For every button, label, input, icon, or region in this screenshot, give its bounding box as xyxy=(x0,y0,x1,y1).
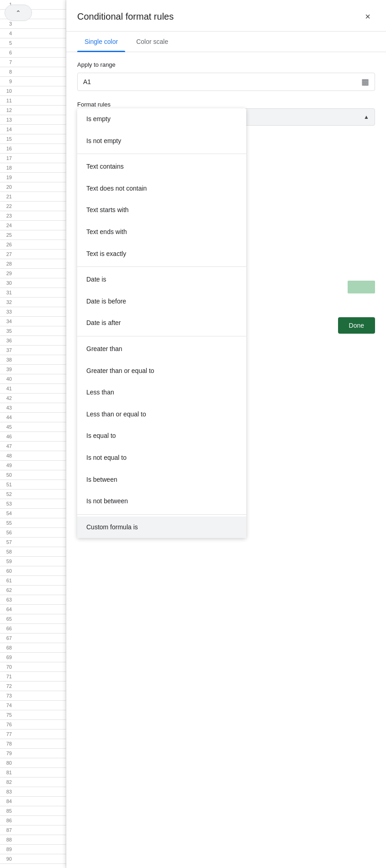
spreadsheet-row: 9 xyxy=(0,77,66,86)
spreadsheet-row: 6 xyxy=(0,48,66,58)
dropdown-item-greater-than-or-equal[interactable]: Greater than or equal to xyxy=(77,360,246,382)
spreadsheet-row: 38 xyxy=(0,355,66,365)
spreadsheet-row: 43 xyxy=(0,403,66,413)
dropdown-item-text-ends-with[interactable]: Text ends with xyxy=(77,221,246,243)
spreadsheet-row: 28 xyxy=(0,259,66,269)
range-input-wrapper[interactable]: ▦ xyxy=(77,73,375,91)
row-number: 71 xyxy=(0,674,14,679)
dropdown-item-text-is-exactly[interactable]: Text is exactly xyxy=(77,243,246,265)
row-number: 19 xyxy=(0,175,14,180)
spreadsheet-rows: 1234567891011121314151617181920212223242… xyxy=(0,0,66,868)
spreadsheet-row: 46 xyxy=(0,432,66,442)
dropdown-item-less-than[interactable]: Less than xyxy=(77,382,246,404)
spreadsheet-row: 86 xyxy=(0,816,66,825)
row-number: 86 xyxy=(0,818,14,823)
row-number: 63 xyxy=(0,597,14,602)
spreadsheet-row: 25 xyxy=(0,230,66,240)
row-number: 50 xyxy=(0,472,14,478)
dropdown-item-text-contains[interactable]: Text contains xyxy=(77,156,246,178)
spreadsheet-row: 33 xyxy=(0,307,66,317)
spreadsheet-row: 12 xyxy=(0,106,66,115)
spreadsheet-row: 39 xyxy=(0,365,66,374)
row-number: 41 xyxy=(0,386,14,391)
format-rules-dropdown-menu: Is empty Is not empty Text contains Text… xyxy=(77,108,246,538)
row-number: 48 xyxy=(0,453,14,458)
dropdown-item-is-not-between[interactable]: Is not between xyxy=(77,490,246,512)
row-number: 69 xyxy=(0,655,14,660)
spreadsheet-row: 47 xyxy=(0,442,66,451)
dropdown-item-is-equal-to[interactable]: Is equal to xyxy=(77,425,246,447)
row-number: 43 xyxy=(0,405,14,410)
spreadsheet-row: 14 xyxy=(0,125,66,134)
dropdown-item-greater-than[interactable]: Greater than xyxy=(77,338,246,360)
spreadsheet-row: 51 xyxy=(0,480,66,490)
format-rules-dropdown-container: Is not empty ▲ Is empty Is not empty xyxy=(77,108,375,126)
dropdown-item-is-not-empty[interactable]: Is not empty xyxy=(77,130,246,152)
row-number: 77 xyxy=(0,731,14,737)
row-number: 29 xyxy=(0,271,14,276)
spreadsheet-row: 89 xyxy=(0,845,66,854)
row-number: 18 xyxy=(0,165,14,170)
row-number: 66 xyxy=(0,626,14,631)
panel-body: Apply to range ▦ Format rules Is not emp… xyxy=(66,52,386,136)
dropdown-item-text-does-not-contain[interactable]: Text does not contain xyxy=(77,178,246,200)
dropdown-item-custom-formula[interactable]: Custom formula is xyxy=(77,517,246,538)
row-number: 54 xyxy=(0,511,14,516)
spreadsheet-row: 81 xyxy=(0,768,66,777)
row-number: 33 xyxy=(0,309,14,314)
tab-single-color[interactable]: Single color xyxy=(77,32,125,52)
spreadsheet-row: 29 xyxy=(0,269,66,278)
tab-color-scale[interactable]: Color scale xyxy=(129,32,175,52)
spreadsheet-row: 59 xyxy=(0,557,66,566)
row-number: 87 xyxy=(0,827,14,833)
spreadsheet-row: 78 xyxy=(0,739,66,749)
dropdown-item-text-starts-with[interactable]: Text starts with xyxy=(77,199,246,221)
dropdown-item-less-than-or-equal[interactable]: Less than or equal to xyxy=(77,404,246,426)
dropdown-item-date-is-before[interactable]: Date is before xyxy=(77,291,246,313)
row-number: 72 xyxy=(0,683,14,689)
spreadsheet-row: 69 xyxy=(0,653,66,662)
range-input[interactable] xyxy=(83,78,361,85)
spreadsheet-row: 90 xyxy=(0,854,66,864)
spreadsheet-row: 24 xyxy=(0,221,66,230)
collapse-button[interactable]: ⌃ xyxy=(5,5,32,21)
row-number: 89 xyxy=(0,847,14,852)
dropdown-item-date-is[interactable]: Date is xyxy=(77,269,246,291)
row-number: 42 xyxy=(0,395,14,401)
dropdown-item-is-between[interactable]: Is between xyxy=(77,469,246,491)
grid-select-icon[interactable]: ▦ xyxy=(361,77,369,87)
spreadsheet-row: 23 xyxy=(0,211,66,221)
row-number: 7 xyxy=(0,59,14,65)
row-number: 81 xyxy=(0,770,14,775)
row-number: 64 xyxy=(0,607,14,612)
row-number: 74 xyxy=(0,703,14,708)
row-number: 79 xyxy=(0,751,14,756)
row-number: 30 xyxy=(0,280,14,286)
done-button[interactable]: Done xyxy=(338,317,375,334)
spreadsheet-row: 17 xyxy=(0,154,66,163)
row-number: 45 xyxy=(0,424,14,430)
spreadsheet-row: 58 xyxy=(0,547,66,557)
dropdown-item-date-is-after[interactable]: Date is after xyxy=(77,312,246,334)
row-number: 59 xyxy=(0,559,14,564)
color-preview[interactable] xyxy=(348,281,375,293)
close-button[interactable]: × xyxy=(360,9,375,24)
row-number: 22 xyxy=(0,203,14,209)
row-number: 65 xyxy=(0,616,14,622)
spreadsheet-row: 5 xyxy=(0,38,66,48)
row-number: 14 xyxy=(0,127,14,132)
row-number: 62 xyxy=(0,587,14,593)
row-number: 73 xyxy=(0,693,14,698)
spreadsheet-row: 11 xyxy=(0,96,66,106)
spreadsheet-row: 20 xyxy=(0,182,66,192)
spreadsheet-row: 34 xyxy=(0,317,66,326)
dropdown-item-is-not-equal-to[interactable]: Is not equal to xyxy=(77,447,246,469)
dropdown-item-is-empty[interactable]: Is empty xyxy=(77,108,246,130)
spreadsheet-row: 22 xyxy=(0,202,66,211)
row-number: 51 xyxy=(0,482,14,487)
spreadsheet-row: 10 xyxy=(0,86,66,96)
spreadsheet-row: 4 xyxy=(0,29,66,38)
spreadsheet-row: 13 xyxy=(0,115,66,125)
row-number: 39 xyxy=(0,367,14,372)
spreadsheet-row: 8 xyxy=(0,67,66,77)
